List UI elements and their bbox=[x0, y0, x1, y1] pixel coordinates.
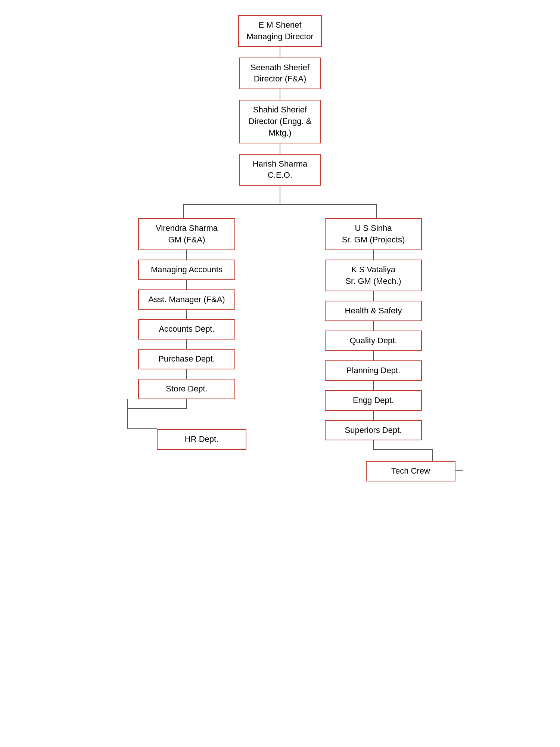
node-superiors-dept: Superiors Dept. bbox=[325, 420, 422, 441]
hr-v-line bbox=[127, 399, 128, 429]
tech-crew-wrapper: Tech Crew bbox=[366, 461, 455, 481]
node-hr-dept: HR Dept. bbox=[157, 429, 246, 450]
stubs-row bbox=[183, 205, 377, 218]
left-stub bbox=[183, 205, 184, 218]
node-managing-director: E M SheriefManaging Director bbox=[238, 15, 322, 47]
node-quality-dept: Quality Dept. bbox=[325, 331, 422, 351]
connector-line bbox=[373, 321, 374, 331]
node-planning-dept: Planning Dept. bbox=[325, 360, 422, 381]
right-stub bbox=[376, 205, 377, 218]
node-ceo: Harish SharmaC.E.O. bbox=[239, 154, 321, 186]
connector-line bbox=[280, 89, 280, 100]
left-column: Virendra SharmaGM (F&A) Managing Account… bbox=[105, 218, 269, 449]
connector-line bbox=[373, 250, 374, 260]
node-sr-gm-mech: K S VataliyaSr. GM (Mech.) bbox=[325, 260, 422, 292]
store-stub bbox=[186, 399, 187, 409]
connector-line bbox=[186, 310, 187, 319]
node-health-safety: Health & Safety bbox=[325, 301, 422, 321]
connector-line bbox=[280, 143, 280, 154]
tech-h-connect bbox=[373, 449, 433, 450]
v-line bbox=[280, 186, 280, 204]
h-bar bbox=[183, 204, 377, 205]
hr-dept-wrapper: HR Dept. bbox=[157, 429, 246, 450]
hr-branch bbox=[105, 399, 269, 429]
node-engg-dept: Engg Dept. bbox=[325, 390, 422, 411]
top-section: E M SheriefManaging Director Seenath She… bbox=[93, 15, 467, 186]
node-purchase-dept: Purchase Dept. bbox=[138, 349, 235, 369]
hr-h-line bbox=[127, 428, 157, 429]
connector-line bbox=[186, 340, 187, 349]
node-sr-gm-projects: U S SinhaSr. GM (Projects) bbox=[325, 218, 422, 250]
node-tech-crew: Tech Crew bbox=[366, 461, 455, 481]
superiors-stub bbox=[373, 440, 374, 450]
node-director-fa: Seenath SheriefDirector (F&A) bbox=[239, 58, 321, 90]
node-managing-accounts: Managing Accounts bbox=[138, 260, 235, 280]
two-columns: Virendra SharmaGM (F&A) Managing Account… bbox=[93, 218, 467, 481]
connector-line bbox=[186, 369, 187, 379]
connector-line bbox=[373, 351, 374, 360]
node-gm-fa: Virendra SharmaGM (F&A) bbox=[138, 218, 235, 250]
node-director-engg: Shahid SheriefDirector (Engg. &Mktg.) bbox=[239, 100, 321, 143]
right-column: U S SinhaSr. GM (Projects) K S VataliyaS… bbox=[291, 218, 455, 481]
node-accounts-dept: Accounts Dept. bbox=[138, 319, 235, 340]
tech-connector-area: Tech Crew bbox=[291, 440, 455, 481]
hr-connector-area: HR Dept. bbox=[105, 399, 269, 450]
store-h-connect bbox=[128, 408, 187, 409]
node-asst-manager: Asst. Manager (F&A) bbox=[138, 289, 235, 310]
split-connector bbox=[93, 186, 467, 218]
connector-line bbox=[186, 250, 187, 260]
connector-line bbox=[280, 47, 280, 58]
connector-line bbox=[373, 381, 374, 390]
org-chart: E M SheriefManaging Director Seenath She… bbox=[93, 15, 467, 481]
node-store-dept: Store Dept. bbox=[138, 379, 235, 399]
connector-line bbox=[373, 291, 374, 301]
connector-line bbox=[186, 280, 187, 289]
connector-line bbox=[373, 411, 374, 420]
